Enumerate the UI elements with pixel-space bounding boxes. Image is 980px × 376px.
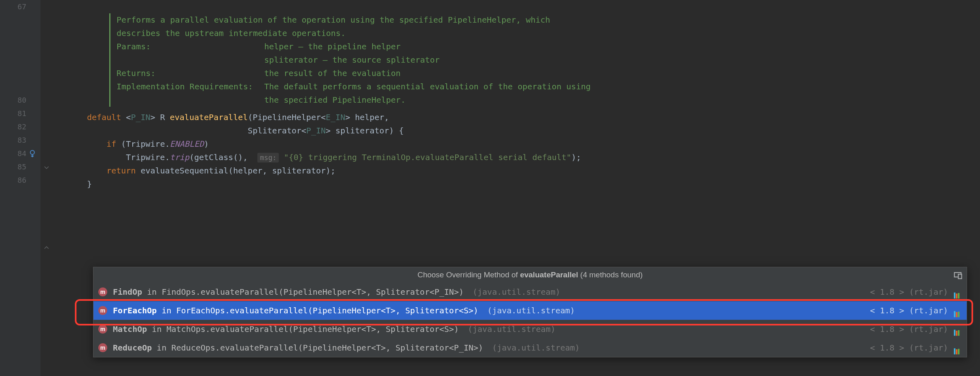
svg-point-0 (30, 150, 34, 154)
code-line-83[interactable]: Tripwire.trip(getClass(), msg: "{0} trig… (87, 151, 980, 164)
line-number-gutter: 67 80 81 82 83 84 85 86 (0, 0, 40, 376)
line-number (0, 67, 26, 80)
code-line-82[interactable]: if (Tripwire.ENABLED) (87, 137, 980, 151)
line-number (0, 80, 26, 93)
line-number: 81 (0, 107, 26, 120)
svg-rect-3 (954, 293, 956, 299)
line-number: 83 (0, 133, 26, 147)
method-badge-icon: m (98, 287, 107, 296)
javadoc-params-label: Params: (117, 40, 264, 53)
override-method-item[interactable]: m MatchOp in MatchOps.evaluateParallel(P… (93, 320, 967, 338)
override-method-item[interactable]: m ForEachOp in ForEachOps.evaluateParall… (93, 301, 967, 320)
svg-rect-4 (956, 294, 958, 299)
javadoc-impl: the specified PipelineHelper. (264, 93, 980, 107)
svg-rect-5 (958, 293, 960, 299)
library-icon (953, 287, 962, 296)
svg-rect-13 (956, 349, 958, 355)
javadoc-param: spliterator – the source spliterator (264, 53, 980, 67)
override-method-item[interactable]: m ReduceOp in ReduceOps.evaluateParallel… (93, 338, 967, 357)
svg-rect-14 (958, 349, 960, 355)
javadoc-impl-label: Implementation Requirements: (117, 80, 264, 93)
svg-rect-11 (958, 330, 960, 336)
library-icon (953, 343, 962, 352)
javadoc-param: helper – the pipeline helper (264, 40, 980, 53)
javadoc-text: Performs a parallel evaluation of the op… (117, 13, 980, 27)
popup-list: m FindOp in FindOps.evaluateParallel(Pip… (93, 283, 967, 357)
method-badge-icon: m (98, 325, 107, 334)
javadoc-spacer (117, 93, 264, 107)
method-badge-icon: m (98, 306, 107, 315)
javadoc-comment: Performs a parallel evaluation of the op… (109, 13, 980, 107)
line-number: 85 (0, 160, 26, 173)
svg-rect-7 (956, 312, 958, 317)
parameter-hint: msg: (257, 153, 279, 163)
line-number (0, 13, 26, 27)
javadoc-text: describes the upstream intermediate oper… (117, 27, 980, 40)
javadoc-spacer (117, 53, 264, 67)
popup-title: Choose Overriding Method of evaluatePara… (93, 267, 967, 283)
code-line-85[interactable]: } (87, 177, 980, 191)
method-badge-icon: m (98, 343, 107, 352)
override-method-item[interactable]: m FindOp in FindOps.evaluateParallel(Pip… (93, 283, 967, 301)
svg-rect-9 (954, 330, 956, 336)
line-number: 67 (0, 0, 26, 13)
code-line-80[interactable]: default <P_IN> R evaluateParallel(Pipeli… (87, 111, 980, 124)
svg-rect-6 (954, 311, 956, 317)
line-number: 82 (0, 120, 26, 133)
svg-rect-12 (954, 349, 956, 355)
svg-rect-2 (958, 274, 961, 279)
pin-icon[interactable] (953, 270, 963, 279)
svg-rect-10 (956, 331, 958, 336)
javadoc-impl: The default performs a sequential evalua… (264, 80, 980, 93)
fold-gutter (40, 0, 63, 376)
line-number (0, 27, 26, 40)
fold-collapse-icon[interactable] (42, 161, 51, 174)
code-line-81[interactable]: Spliterator<P_IN> spliterator) { (87, 124, 980, 137)
code-line-84[interactable]: return evaluateSequential(helper, splite… (87, 164, 980, 177)
svg-rect-8 (958, 312, 960, 317)
line-number (0, 53, 26, 67)
override-method-popup: Choose Overriding Method of evaluatePara… (93, 267, 967, 357)
line-number: 80 (0, 93, 26, 107)
line-number (0, 40, 26, 53)
javadoc-returns-label: Returns: (117, 67, 264, 80)
line-number: 86 (0, 173, 26, 187)
line-number: 84 (0, 147, 26, 160)
javadoc-returns: the result of the evaluation (264, 67, 980, 80)
library-icon (953, 306, 962, 315)
library-icon (953, 325, 962, 334)
override-gutter-icon[interactable] (26, 147, 38, 160)
fold-expand-icon[interactable] (42, 241, 51, 254)
